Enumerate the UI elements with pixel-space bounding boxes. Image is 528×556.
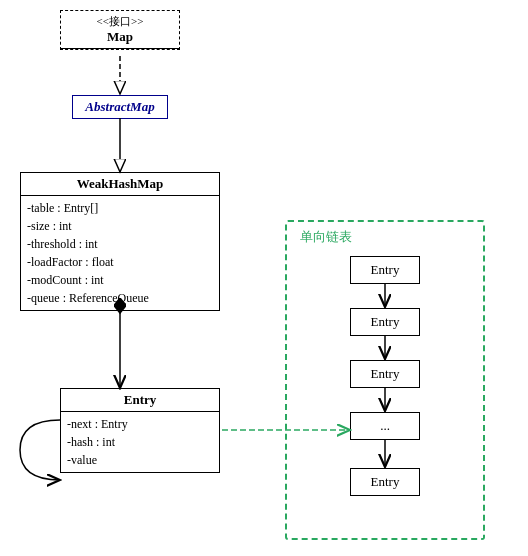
- weakhashmap-body: -table : Entry[] -size : int -threshold …: [21, 196, 219, 310]
- map-stereotype: <<接口>>: [67, 14, 173, 29]
- map-title: Map: [67, 29, 173, 45]
- weakhashmap-box: WeakHashMap -table : Entry[] -size : int…: [20, 172, 220, 311]
- entry-body: -next : Entry -hash : int -value: [61, 412, 219, 472]
- abstractmap-header: AbstractMap: [73, 96, 167, 118]
- linked-entry-4: ...: [350, 412, 420, 440]
- field-size: -size : int: [27, 217, 213, 235]
- diagram: <<接口>> Map AbstractMap WeakHashMap -tabl…: [0, 0, 528, 556]
- weakhashmap-header: WeakHashMap: [21, 173, 219, 196]
- entry-field-hash: -hash : int: [67, 433, 213, 451]
- linked-entry-3: Entry: [350, 360, 420, 388]
- entry-field-value: -value: [67, 451, 213, 469]
- abstractmap-box: AbstractMap: [72, 95, 168, 119]
- linked-list-label: 单向链表: [300, 228, 352, 246]
- entry-field-next: -next : Entry: [67, 415, 213, 433]
- field-queue: -queue : ReferenceQueue: [27, 289, 213, 307]
- field-modcount: -modCount : int: [27, 271, 213, 289]
- linked-entry-5: Entry: [350, 468, 420, 496]
- linked-entry-2: Entry: [350, 308, 420, 336]
- map-header: <<接口>> Map: [61, 11, 179, 49]
- field-table: -table : Entry[]: [27, 199, 213, 217]
- entry-header: Entry: [61, 389, 219, 412]
- field-threshold: -threshold : int: [27, 235, 213, 253]
- linked-entry-1: Entry: [350, 256, 420, 284]
- field-loadfactor: -loadFactor : float: [27, 253, 213, 271]
- entry-box: Entry -next : Entry -hash : int -value: [60, 388, 220, 473]
- map-box: <<接口>> Map: [60, 10, 180, 50]
